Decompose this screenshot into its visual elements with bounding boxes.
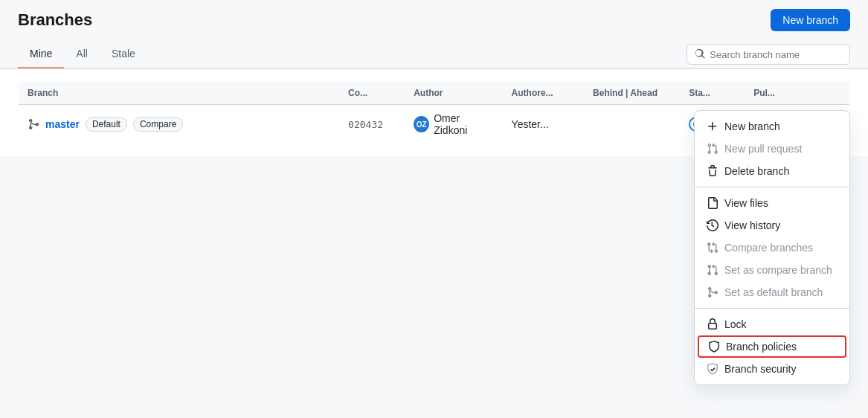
page-title: Branches	[18, 10, 92, 30]
new-branch-button[interactable]: New branch	[771, 9, 850, 31]
branch-name[interactable]: master	[45, 118, 80, 130]
menu-label-set-default-branch: Set as default branch	[724, 286, 823, 298]
menu-item-set-compare-branch[interactable]: Set as compare branch	[695, 259, 849, 281]
badge-compare: Compare	[133, 117, 183, 132]
compare-icon	[707, 242, 718, 254]
search-box	[687, 44, 850, 65]
menu-item-new-pull-request[interactable]: New pull request	[695, 138, 849, 160]
trash-icon	[707, 165, 718, 177]
author-cell: OZ Omer Zidkoni	[414, 112, 493, 136]
col-status-header: Sta...	[680, 82, 745, 105]
col-pull-header: Pul...	[745, 82, 809, 105]
menu-item-lock[interactable]: Lock	[695, 313, 849, 335]
dropdown-menu: New branch New pull request Delete branc…	[694, 110, 850, 385]
menu-divider-2	[695, 308, 849, 309]
file-icon	[707, 197, 718, 209]
commit-hash[interactable]: 020432	[348, 119, 383, 130]
menu-label-branch-policies: Branch policies	[726, 341, 797, 353]
tab-stale[interactable]: Stale	[100, 40, 147, 68]
tabs-bar: Mine All Stale	[0, 40, 868, 69]
lock-icon	[707, 318, 718, 330]
menu-label-branch-security: Branch security	[724, 363, 796, 375]
security-icon	[707, 363, 718, 375]
menu-label-compare-branches: Compare branches	[724, 242, 813, 254]
menu-label-delete-branch: Delete branch	[724, 165, 789, 177]
branch-cell: master Default Compare	[28, 117, 330, 132]
menu-item-set-default-branch[interactable]: Set as default branch	[695, 281, 849, 303]
branch-icon	[28, 118, 39, 130]
search-input[interactable]	[710, 49, 842, 60]
history-icon	[707, 219, 718, 231]
menu-label-view-files: View files	[724, 197, 768, 209]
avatar: OZ	[414, 116, 429, 132]
menu-item-delete-branch[interactable]: Delete branch	[695, 160, 849, 182]
menu-item-view-history[interactable]: View history	[695, 214, 849, 237]
col-behind-header: Behind | Ahead	[584, 82, 680, 105]
menu-label-view-history: View history	[724, 219, 780, 231]
authored-date: Yester...	[512, 118, 549, 130]
badge-default: Default	[86, 117, 127, 132]
table-header: Branch Co... Author Authore... Behind | …	[19, 82, 850, 105]
menu-item-branch-policies[interactable]: Branch policies	[698, 335, 846, 358]
menu-item-branch-security[interactable]: Branch security	[695, 358, 849, 380]
menu-label-lock: Lock	[724, 318, 747, 330]
tab-all[interactable]: All	[64, 40, 100, 68]
search-icon	[695, 48, 705, 60]
set-compare-icon	[707, 264, 718, 276]
tab-group: Mine All Stale	[18, 40, 147, 68]
menu-label-new-branch: New branch	[724, 120, 780, 132]
col-branch-header: Branch	[19, 82, 340, 105]
menu-item-view-files[interactable]: View files	[695, 192, 849, 214]
menu-label-new-pull-request: New pull request	[724, 143, 802, 155]
menu-item-compare-branches[interactable]: Compare branches	[695, 237, 849, 259]
col-authored-header: Authore...	[503, 82, 584, 105]
menu-item-new-branch[interactable]: New branch	[695, 115, 849, 138]
menu-divider-1	[695, 187, 849, 187]
col-author-header: Author	[405, 82, 502, 105]
menu-label-set-compare-branch: Set as compare branch	[724, 264, 832, 276]
col-commit-header: Co...	[339, 82, 405, 105]
col-actions-header	[809, 82, 850, 105]
tab-mine[interactable]: Mine	[18, 40, 64, 68]
policy-icon	[708, 341, 720, 353]
pull-request-icon	[707, 143, 718, 155]
plus-icon	[707, 120, 718, 132]
author-name: Omer Zidkoni	[434, 112, 493, 136]
set-default-icon	[707, 286, 718, 298]
